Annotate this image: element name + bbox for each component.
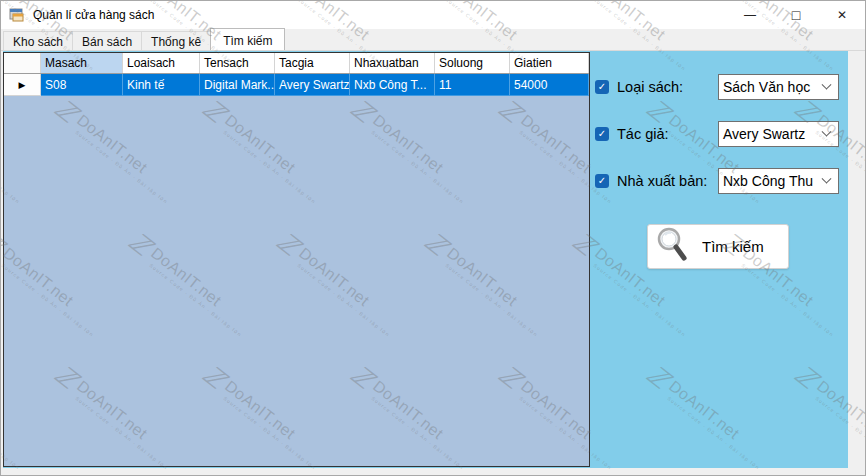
cell-soluong[interactable]: 11 bbox=[435, 74, 510, 96]
combobox-value: Nxb Công Thu bbox=[719, 173, 823, 189]
cell-nhaxuatban[interactable]: Nxb Công T... bbox=[350, 74, 435, 96]
filter-row-nha-xuat-ban: ✓ Nhà xuất bản: Nxb Công Thu bbox=[595, 168, 845, 194]
cell-loaisach[interactable]: Kinh tế bbox=[123, 74, 200, 96]
check-icon: ✓ bbox=[598, 82, 606, 92]
data-grid[interactable]: Masach Loaisach Tensach Tacgia Nhaxuatba… bbox=[3, 52, 590, 467]
column-header-masach[interactable]: Masach bbox=[41, 53, 123, 73]
search-button-label: Tìm kiếm bbox=[702, 238, 764, 255]
grid-header: Masach Loaisach Tensach Tacgia Nhaxuatba… bbox=[4, 53, 589, 74]
search-panel: ✓ Loại sách: Sách Văn học ✓ Tác giả: Ave… bbox=[591, 51, 848, 468]
tab-thong-ke[interactable]: Thống kê bbox=[141, 31, 211, 50]
window-controls: — □ ✕ bbox=[727, 1, 865, 29]
app-icon bbox=[9, 7, 25, 23]
column-header-nhaxuatban[interactable]: Nhaxuatban bbox=[350, 53, 435, 73]
tab-kho-sach[interactable]: Kho sách bbox=[3, 31, 73, 50]
filter-row-loai-sach: ✓ Loại sách: Sách Văn học bbox=[595, 74, 845, 100]
loai-sach-combobox[interactable]: Sách Văn học bbox=[718, 74, 839, 100]
tab-strip: Kho sách Bán sách Thống kê Tìm kiếm bbox=[1, 29, 865, 51]
cell-masach[interactable]: S08 bbox=[41, 74, 123, 96]
title-bar: Quản lí cửa hàng sách — □ ✕ bbox=[1, 1, 865, 29]
cell-tensach[interactable]: Digital Mark... bbox=[200, 74, 275, 96]
loai-sach-checkbox[interactable]: ✓ bbox=[595, 80, 609, 94]
chevron-down-icon bbox=[822, 79, 832, 89]
combobox-value: Avery Swartz bbox=[719, 126, 823, 142]
close-button[interactable]: ✕ bbox=[819, 1, 865, 29]
check-icon: ✓ bbox=[598, 129, 606, 139]
column-header-loaisach[interactable]: Loaisach bbox=[123, 53, 200, 73]
tac-gia-checkbox[interactable]: ✓ bbox=[595, 127, 609, 141]
table-row[interactable]: ▶ S08 Kinh tế Digital Mark... Avery Swar… bbox=[4, 74, 589, 96]
tac-gia-label: Tác giả: bbox=[617, 126, 669, 142]
tab-tim-kiem[interactable]: Tìm kiếm bbox=[210, 28, 285, 50]
cell-tacgia[interactable]: Avery Swartz bbox=[275, 74, 350, 96]
maximize-button[interactable]: □ bbox=[773, 1, 819, 29]
grid-corner-cell[interactable] bbox=[4, 53, 41, 73]
window-title: Quản lí cửa hàng sách bbox=[33, 8, 154, 22]
tac-gia-combobox[interactable]: Avery Swartz bbox=[718, 121, 839, 147]
magnifier-icon bbox=[654, 225, 692, 269]
cell-giatien[interactable]: 54000 bbox=[510, 74, 589, 96]
row-header-cell[interactable]: ▶ bbox=[4, 74, 41, 96]
minimize-button[interactable]: — bbox=[727, 1, 773, 29]
chevron-down-icon bbox=[822, 173, 832, 183]
tim-kiem-page: Masach Loaisach Tensach Tacgia Nhaxuatba… bbox=[3, 51, 848, 468]
column-header-giatien[interactable]: Giatien bbox=[510, 53, 589, 73]
column-header-soluong[interactable]: Soluong bbox=[435, 53, 510, 73]
app-window: Quản lí cửa hàng sách — □ ✕ Kho sách Bán… bbox=[0, 0, 866, 476]
chevron-down-icon bbox=[822, 126, 832, 136]
nha-xuat-ban-combobox[interactable]: Nxb Công Thu bbox=[718, 168, 839, 194]
row-selector-arrow-icon: ▶ bbox=[19, 80, 26, 90]
filter-row-tac-gia: ✓ Tác giả: Avery Swartz bbox=[595, 121, 845, 147]
nha-xuat-ban-checkbox[interactable]: ✓ bbox=[595, 174, 609, 188]
combobox-value: Sách Văn học bbox=[719, 79, 823, 95]
nha-xuat-ban-label: Nhà xuất bản: bbox=[617, 173, 707, 189]
column-header-tacgia[interactable]: Tacgia bbox=[275, 53, 350, 73]
check-icon: ✓ bbox=[598, 176, 606, 186]
tab-ban-sach[interactable]: Bán sách bbox=[72, 31, 142, 50]
loai-sach-label: Loại sách: bbox=[617, 79, 683, 95]
search-button[interactable]: Tìm kiếm bbox=[647, 224, 789, 269]
column-header-tensach[interactable]: Tensach bbox=[200, 53, 275, 73]
